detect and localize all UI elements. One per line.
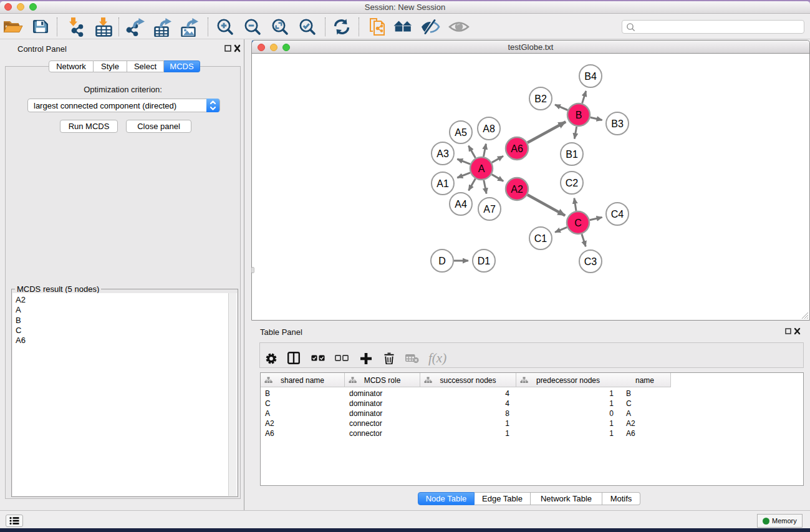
svg-text:A: A bbox=[478, 163, 485, 174]
svg-text:A4: A4 bbox=[455, 199, 467, 210]
svg-text:D: D bbox=[438, 256, 446, 266]
svg-text:A3: A3 bbox=[436, 148, 449, 159]
svg-text:C2: C2 bbox=[566, 178, 579, 188]
svg-text:A8: A8 bbox=[483, 123, 495, 134]
svg-text:C3: C3 bbox=[584, 256, 597, 267]
svg-text:C1: C1 bbox=[534, 233, 547, 244]
svg-text:C: C bbox=[574, 218, 582, 228]
svg-text:C4: C4 bbox=[611, 209, 624, 220]
svg-text:B1: B1 bbox=[566, 149, 578, 160]
svg-text:A2: A2 bbox=[511, 184, 523, 195]
svg-text:A7: A7 bbox=[483, 204, 496, 215]
svg-text:A5: A5 bbox=[455, 127, 467, 138]
svg-text:D1: D1 bbox=[478, 256, 491, 266]
svg-text:A6: A6 bbox=[511, 143, 523, 154]
svg-text:B3: B3 bbox=[611, 118, 624, 129]
svg-text:B4: B4 bbox=[584, 71, 597, 82]
svg-text:B: B bbox=[576, 110, 582, 120]
svg-text:A1: A1 bbox=[436, 178, 449, 189]
svg-text:B2: B2 bbox=[534, 94, 547, 104]
